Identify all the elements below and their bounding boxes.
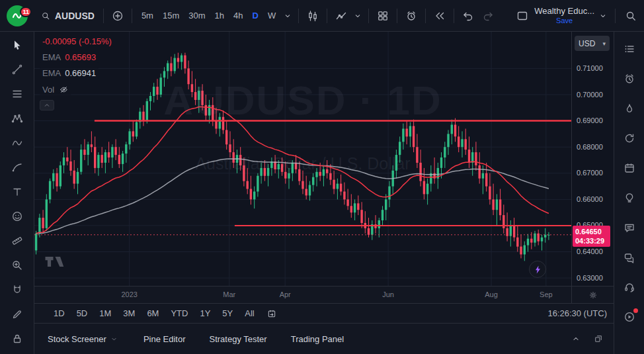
ema-fast-row: EMA 0.65693 [40, 52, 99, 63]
toolbar-separator [368, 9, 369, 23]
save-link[interactable]: Save [556, 17, 573, 25]
time-label-aug: Aug [485, 290, 498, 298]
price-scale[interactable]: USD ▾ 0.64650 04:33:29 0.710000.700000.6… [571, 32, 614, 286]
interval-button-D[interactable]: D [247, 8, 262, 23]
time-axis[interactable]: 2023MarAprJunAugSep [34, 287, 571, 303]
indicators-dropdown-icon[interactable] [352, 7, 364, 25]
price-tick: 0.63000 [577, 274, 603, 283]
calendar-icon[interactable] [620, 159, 639, 177]
ideas-icon[interactable] [620, 189, 639, 207]
range-button-all[interactable]: All [240, 307, 259, 320]
tradingview-app: 11 AUDUSD 5m15m30m1h4hDW Wealthy Educ...… [0, 0, 644, 354]
symbol-search-button[interactable]: AUDUSD [36, 4, 99, 28]
bottom-tab-stock-screener[interactable]: Stock Screener [48, 333, 120, 344]
chart-column: AUDUSD · 1D Australian Dollar / U.S. Dol… [34, 32, 614, 354]
ema-slow-row: EMA 0.66941 [40, 67, 99, 79]
symbol-name: AUDUSD [55, 11, 95, 21]
interval-button-15m[interactable]: 15m [158, 8, 184, 23]
interval-button-4h[interactable]: 4h [229, 8, 247, 23]
messages-icon[interactable] [620, 248, 639, 267]
candlestick-chart[interactable] [34, 32, 571, 286]
range-button-ytd[interactable]: YTD [166, 307, 192, 320]
edit-icon[interactable] [8, 305, 26, 324]
eye-off-icon[interactable] [58, 84, 69, 95]
volume-row: Vol [40, 83, 71, 95]
hotlists-icon[interactable] [620, 99, 639, 118]
brush-icon[interactable] [8, 158, 26, 177]
layout-meta: Wealthy Educ... Save [534, 7, 594, 25]
interval-button-1h[interactable]: 1h [210, 8, 229, 23]
streams-icon[interactable] [620, 308, 639, 326]
zoom-icon[interactable] [8, 256, 26, 275]
alerts-icon[interactable] [620, 69, 639, 88]
bottom-panel-controls [570, 330, 604, 348]
price-tick: 0.64000 [577, 247, 603, 256]
clock[interactable]: 16:26:30 (UTC) [547, 308, 607, 318]
panel-expand-icon[interactable] [570, 330, 582, 348]
toolbar-separator [425, 9, 426, 23]
compare-add-icon[interactable] [108, 7, 127, 25]
range-button-3m[interactable]: 3M [118, 307, 140, 320]
currency-button[interactable]: USD ▾ [575, 36, 610, 51]
boost-button[interactable] [529, 261, 546, 278]
trend-line-icon[interactable] [8, 60, 26, 79]
range-bar: 1D5D1M3M6MYTD1Y5YAll 16:26:30 (UTC) [34, 303, 614, 323]
bottom-tabs: Stock ScreenerPine EditorStrategy Tester… [48, 333, 344, 344]
bar-countdown: 04:33:29 [575, 236, 608, 245]
bottom-tab-trading-panel[interactable]: Trading Panel [291, 334, 344, 344]
panel-restore-icon[interactable] [592, 330, 604, 348]
range-button-5d[interactable]: 5D [72, 307, 93, 320]
layout-dropdown-icon[interactable] [597, 7, 609, 25]
range-button-1m[interactable]: 1M [95, 307, 116, 320]
refresh-icon[interactable] [620, 129, 639, 148]
layout-thumbnail-icon[interactable] [513, 7, 532, 25]
redo-icon[interactable] [479, 7, 497, 25]
chart-legend: -0.00095 (-0.15%) EMA 0.65693 EMA 0.6694… [40, 36, 114, 111]
bottom-tab-pine-editor[interactable]: Pine Editor [143, 334, 186, 344]
quick-search-icon[interactable] [622, 7, 640, 25]
tradingview-logo[interactable] [45, 257, 67, 271]
bottom-tab-label: Pine Editor [143, 334, 186, 344]
ruler-icon[interactable] [8, 232, 26, 250]
magnet-icon[interactable] [8, 281, 26, 299]
chat-icon[interactable] [620, 218, 639, 237]
forecast-icon[interactable] [8, 134, 26, 152]
workspace: AUDUSD · 1D Australian Dollar / U.S. Dol… [0, 32, 644, 354]
interval-button-5m[interactable]: 5m [137, 8, 158, 23]
range-button-5y[interactable]: 5Y [218, 307, 237, 320]
volume-label: Vol [42, 85, 54, 95]
interval-dropdown-icon[interactable] [282, 7, 294, 25]
range-group: 1D5D1M3M6MYTD1Y5YAll [49, 307, 259, 320]
create-alert-icon[interactable] [402, 7, 421, 25]
chart-type-icon[interactable] [303, 7, 322, 25]
chart-area[interactable]: AUDUSD · 1D Australian Dollar / U.S. Dol… [34, 32, 571, 286]
watchlist-icon[interactable] [620, 40, 639, 58]
xabcd-pattern-icon[interactable] [8, 109, 26, 128]
go-to-date-icon[interactable] [266, 304, 278, 323]
indicators-icon[interactable] [332, 7, 350, 25]
text-icon[interactable] [8, 183, 26, 201]
axis-corner [571, 287, 614, 303]
emoji-icon[interactable] [8, 207, 26, 226]
support-icon[interactable] [620, 278, 639, 296]
layout-templates-icon[interactable] [374, 7, 392, 25]
notification-badge: 11 [20, 7, 32, 17]
bottom-tab-strategy-tester[interactable]: Strategy Tester [209, 334, 266, 344]
bottom-tab-label: Strategy Tester [209, 334, 266, 344]
toolbar-right-group: Wealthy Educ... Save [513, 7, 640, 25]
price-tick: 0.67000 [577, 169, 603, 177]
undo-icon[interactable] [459, 7, 477, 25]
settings-gear-icon[interactable] [587, 286, 599, 304]
fib-retracement-icon[interactable] [8, 85, 26, 103]
layout-name[interactable]: Wealthy Educ... [534, 7, 594, 17]
price-change: -0.00095 (-0.15%) [40, 36, 114, 47]
lock-icon[interactable] [8, 330, 26, 348]
bar-replay-icon[interactable] [430, 7, 449, 25]
legend-collapse-button[interactable] [40, 100, 54, 111]
range-button-1y[interactable]: 1Y [195, 307, 215, 320]
interval-button-W[interactable]: W [263, 8, 280, 23]
range-button-6m[interactable]: 6M [142, 307, 163, 320]
cursor-icon[interactable] [8, 36, 26, 54]
range-button-1d[interactable]: 1D [49, 307, 69, 320]
interval-button-30m[interactable]: 30m [184, 8, 210, 23]
